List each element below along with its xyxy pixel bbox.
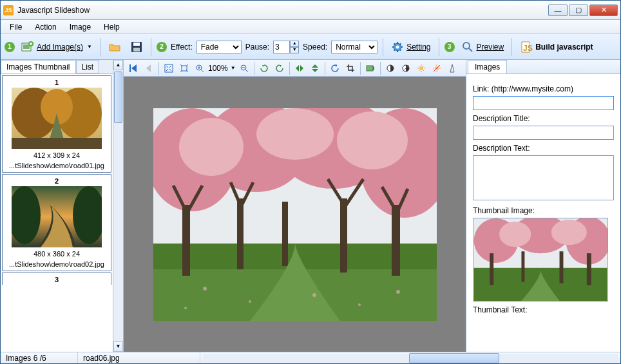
thumb-text-label: Thumbnail Text: — [473, 305, 614, 314]
tab-list[interactable]: List — [76, 60, 100, 73]
list-item[interactable]: 2 480 x 360 x 24 ...tSlideshow\demo\road… — [2, 174, 111, 271]
status-filename: road06.jpg — [78, 352, 200, 363]
scroll-down-icon[interactable]: ▼ — [113, 341, 123, 352]
main-area: Images Thumbnail List 1 412 x 309 x 24 .… — [1, 60, 620, 352]
thumb-image — [12, 186, 102, 247]
image-toolbar: 100% ▼ — [124, 60, 466, 77]
center-pane: 100% ▼ — [124, 60, 466, 352]
fit-window-button[interactable] — [162, 61, 176, 75]
menubar: File Action Image Help — [1, 20, 620, 34]
thumb-number: 3 — [55, 276, 59, 283]
zoom-dropdown-icon[interactable]: ▼ — [231, 65, 236, 71]
contrast-down-button[interactable] — [399, 61, 413, 75]
menu-image[interactable]: Image — [64, 21, 96, 33]
horizontal-scrollbar[interactable] — [203, 354, 618, 363]
preview-label: Preview — [477, 43, 504, 52]
minimize-button[interactable]: — — [548, 5, 568, 16]
window-titlebar: JS Javascript Slideshow — ▢ ✕ — [1, 1, 620, 20]
preview-button[interactable]: Preview — [459, 39, 507, 55]
scroll-up-icon[interactable]: ▲ — [113, 60, 123, 70]
crop-button[interactable] — [343, 61, 358, 75]
tab-images-props[interactable]: Images — [468, 60, 507, 73]
effect-select[interactable]: Fade — [196, 41, 242, 53]
pause-input[interactable] — [273, 41, 290, 53]
svg-rect-5 — [133, 48, 140, 52]
left-pane: Images Thumbnail List 1 412 x 309 x 24 .… — [1, 60, 113, 352]
menu-file[interactable]: File — [5, 21, 27, 33]
svg-rect-19 — [129, 64, 131, 72]
open-button[interactable] — [106, 39, 124, 55]
add-images-button[interactable]: Add Image(s) ▼ — [19, 39, 95, 55]
thumb-number: 1 — [55, 79, 59, 86]
pause-spin-up[interactable]: ▲ — [290, 41, 299, 47]
left-scrollbar[interactable]: ▲ ▼ — [113, 60, 124, 352]
prev-button[interactable] — [142, 61, 156, 75]
right-pane: Images Link: (http://www.mysite.com) Des… — [466, 60, 620, 352]
flip-v-button[interactable] — [308, 61, 322, 75]
add-images-dropdown-icon: ▼ — [87, 44, 92, 50]
setting-button[interactable]: Setting — [388, 39, 433, 55]
tab-images-thumbnail[interactable]: Images Thumbnail — [1, 60, 76, 73]
thumbnail-preview[interactable] — [473, 218, 608, 302]
rotate-right-button[interactable] — [272, 61, 287, 75]
add-images-label: Add Image(s) — [37, 43, 83, 52]
svg-text:JS: JS — [523, 44, 533, 53]
svg-rect-21 — [182, 66, 187, 71]
add-image-icon — [21, 41, 34, 53]
svg-point-37 — [256, 108, 334, 160]
svg-rect-40 — [237, 198, 244, 269]
zoom-out-button[interactable] — [237, 61, 251, 75]
thumb-dims: 412 x 309 x 24 — [5, 151, 108, 159]
zoom-level: 100% — [208, 64, 228, 73]
link-input[interactable] — [473, 96, 614, 110]
save-button[interactable] — [128, 39, 146, 55]
svg-rect-24 — [367, 66, 373, 71]
js-file-icon: JS — [520, 41, 533, 53]
statusbar: Images 6 /6 road06.jpg — [1, 352, 620, 363]
desc-title-input[interactable] — [473, 126, 614, 140]
thumb-path: ...tSlideshow\demo\road01.jpg — [5, 162, 108, 169]
sharpen-button[interactable] — [445, 61, 459, 75]
svg-point-49 — [184, 307, 187, 309]
refresh-button[interactable] — [328, 61, 342, 75]
svg-point-56 — [551, 220, 587, 245]
contrast-up-button[interactable] — [383, 61, 397, 75]
zoom-in-button[interactable] — [193, 61, 207, 75]
maximize-button[interactable]: ▢ — [569, 5, 588, 16]
speed-select[interactable]: Normal — [331, 41, 377, 53]
image-canvas[interactable] — [124, 77, 466, 352]
svg-point-7 — [396, 45, 399, 48]
scroll-thumb[interactable] — [409, 353, 499, 363]
svg-point-55 — [499, 222, 531, 247]
actual-size-button[interactable] — [177, 61, 191, 75]
thumb-dims: 480 x 360 x 24 — [5, 250, 108, 258]
status-count: Images 6 /6 — [1, 352, 78, 363]
app-icon: JS — [3, 5, 14, 15]
svg-rect-57 — [490, 253, 493, 285]
brightness-down-button[interactable] — [430, 61, 444, 75]
scroll-thumb[interactable] — [114, 72, 122, 123]
magnifier-icon — [461, 41, 474, 53]
list-item[interactable]: 1 412 x 309 x 24 ...tSlideshow\demo\road… — [2, 75, 111, 173]
flip-h-button[interactable] — [292, 61, 307, 75]
menu-help[interactable]: Help — [99, 21, 125, 33]
menu-action[interactable]: Action — [30, 21, 61, 33]
list-item[interactable]: 3 — [2, 273, 111, 285]
step-2-badge: 2 — [157, 42, 167, 52]
desc-title-label: Description Title: — [473, 114, 614, 123]
thumbnail-list: 1 412 x 309 x 24 ...tSlideshow\demo\road… — [1, 74, 113, 352]
svg-point-45 — [249, 300, 251, 303]
rotate-left-button[interactable] — [257, 61, 271, 75]
svg-point-38 — [337, 111, 408, 169]
desc-text-input[interactable] — [473, 155, 614, 200]
gear-icon — [391, 41, 404, 53]
svg-point-46 — [312, 293, 316, 297]
pause-spin-down[interactable]: ▼ — [290, 47, 299, 53]
svg-point-8 — [463, 43, 470, 49]
svg-rect-43 — [392, 205, 400, 276]
image-effects-button[interactable] — [363, 61, 377, 75]
build-button[interactable]: JS Build javascript — [517, 39, 595, 55]
close-button[interactable]: ✕ — [589, 5, 618, 16]
first-button[interactable] — [126, 61, 140, 75]
brightness-up-button[interactable] — [414, 61, 428, 75]
